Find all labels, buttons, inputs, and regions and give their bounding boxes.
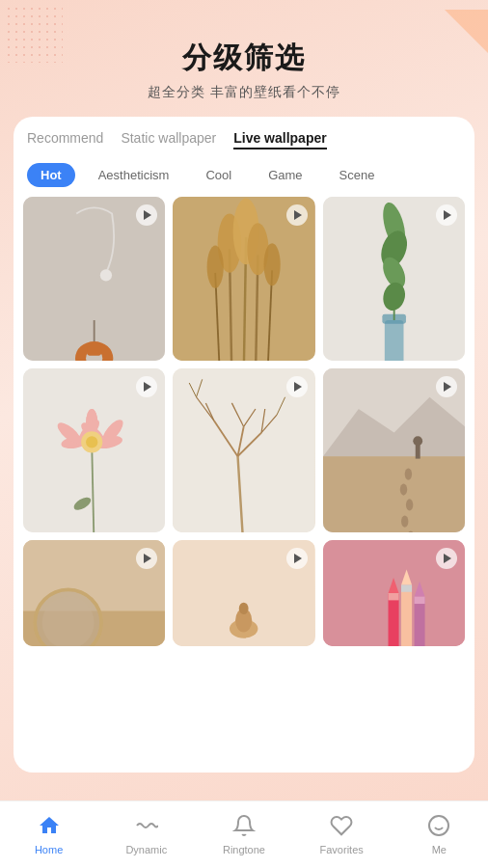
main-card: Recommend Static wallpaper Live wallpape… xyxy=(14,117,474,773)
tab-static[interactable]: Static wallpaper xyxy=(121,130,216,149)
nav-dynamic-label: Dynamic xyxy=(125,844,167,855)
wallpaper-item-7[interactable] xyxy=(23,540,165,646)
category-bar: Hot Aestheticism Cool Game Scene xyxy=(14,157,474,197)
svg-point-16 xyxy=(207,246,224,288)
page-subtitle: 超全分类 丰富的壁纸看个不停 xyxy=(0,84,488,101)
svg-point-17 xyxy=(264,243,281,285)
nav-favorites-label: Favorites xyxy=(320,844,364,855)
nav-ringtone-label: Ringtone xyxy=(223,844,265,855)
tab-bar: Recommend Static wallpaper Live wallpape… xyxy=(14,117,474,157)
nav-dynamic[interactable]: Dynamic xyxy=(118,814,176,855)
svg-point-59 xyxy=(406,499,413,510)
svg-point-38 xyxy=(86,436,97,448)
wallpaper-item-1[interactable] xyxy=(23,197,165,361)
svg-point-58 xyxy=(399,483,406,495)
svg-rect-62 xyxy=(415,445,420,459)
home-icon xyxy=(38,814,61,841)
category-aestheticism[interactable]: Aestheticism xyxy=(85,163,183,187)
svg-point-57 xyxy=(404,468,411,479)
bell-icon xyxy=(232,814,256,841)
nav-home-label: Home xyxy=(35,844,63,855)
nav-favorites[interactable]: Favorites xyxy=(312,814,370,855)
wave-icon xyxy=(135,814,158,841)
svg-rect-82 xyxy=(414,597,424,604)
nav-home[interactable]: Home xyxy=(20,814,78,855)
decorative-triangle xyxy=(445,10,488,53)
tab-live[interactable]: Live wallpaper xyxy=(233,130,326,149)
decorative-dots xyxy=(5,5,63,63)
bottom-nav: Home Dynamic Ringtone Favorites xyxy=(0,800,488,868)
svg-point-60 xyxy=(401,516,408,528)
category-hot[interactable]: Hot xyxy=(27,163,75,187)
wallpaper-item-3[interactable] xyxy=(323,197,465,361)
smiley-icon xyxy=(427,814,450,841)
play-icon-3 xyxy=(436,204,457,226)
wallpaper-item-6[interactable] xyxy=(323,368,465,532)
nav-me-label: Me xyxy=(432,844,447,855)
svg-rect-56 xyxy=(323,456,465,532)
wallpaper-item-5[interactable] xyxy=(173,368,314,532)
wallpaper-item-4[interactable] xyxy=(23,368,165,532)
wallpaper-grid xyxy=(14,197,474,646)
page-title: 分级筛选 xyxy=(0,39,488,78)
category-game[interactable]: Game xyxy=(255,163,315,187)
nav-me[interactable]: Me xyxy=(410,814,468,855)
wallpaper-item-8[interactable] xyxy=(173,540,314,646)
play-icon-5 xyxy=(286,376,308,397)
play-icon-9 xyxy=(436,548,457,569)
nav-ringtone[interactable]: Ringtone xyxy=(215,814,273,855)
svg-rect-81 xyxy=(401,584,412,591)
category-scene[interactable]: Scene xyxy=(326,163,389,187)
heart-icon xyxy=(330,814,353,841)
svg-point-63 xyxy=(413,436,422,446)
svg-point-83 xyxy=(429,816,448,835)
svg-rect-76 xyxy=(401,584,412,646)
svg-rect-80 xyxy=(388,593,398,600)
svg-point-1 xyxy=(100,269,112,281)
tab-recommend[interactable]: Recommend xyxy=(27,130,103,149)
play-icon-6 xyxy=(436,376,457,397)
svg-rect-19 xyxy=(384,320,403,361)
svg-rect-6 xyxy=(87,346,101,356)
wallpaper-item-9[interactable] xyxy=(323,540,465,646)
svg-rect-74 xyxy=(388,593,398,646)
svg-point-72 xyxy=(239,603,249,614)
svg-rect-78 xyxy=(414,597,424,646)
category-cool[interactable]: Cool xyxy=(192,163,245,187)
play-icon-2 xyxy=(286,204,308,226)
wallpaper-item-2[interactable] xyxy=(173,197,314,361)
play-icon-8 xyxy=(286,548,308,569)
page-header: 分级筛选 超全分类 丰富的壁纸看个不停 xyxy=(0,0,488,117)
